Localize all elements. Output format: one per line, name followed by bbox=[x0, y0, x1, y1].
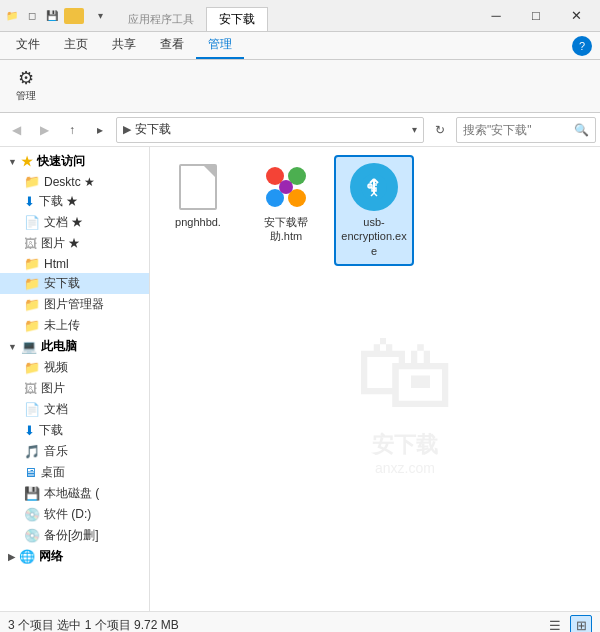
quick-access-star-icon: ★ bbox=[21, 154, 33, 169]
title-tab-download[interactable]: 安下载 bbox=[206, 7, 268, 31]
close-button[interactable]: ✕ bbox=[556, 0, 596, 32]
sidebar-item-software[interactable]: 💿 软件 (D:) bbox=[0, 504, 149, 525]
sidebar-thispc-header[interactable]: ▼ 💻 此电脑 bbox=[0, 336, 149, 357]
pictures-icon: 🖼 bbox=[24, 236, 37, 251]
sidebar-item-backup[interactable]: 💿 备份[勿删] bbox=[0, 525, 149, 546]
app-tool-label: 应用程序工具 bbox=[116, 7, 206, 31]
downloads-icon: ⬇ bbox=[24, 194, 35, 209]
sidebar-network-header[interactable]: ▶ 🌐 网络 bbox=[0, 546, 149, 567]
sidebar-item-downloads[interactable]: ⬇ 下载 ★ bbox=[0, 191, 149, 212]
dl-icon: ⬇ bbox=[24, 423, 35, 438]
file-icon-pnghhbd bbox=[174, 163, 222, 211]
sidebar-item-imgmanager[interactable]: 📁 图片管理器 bbox=[0, 294, 149, 315]
network-label: 网络 bbox=[39, 548, 63, 565]
docs-icon: 📄 bbox=[24, 215, 40, 230]
ribbon-tab-file[interactable]: 文件 bbox=[4, 32, 52, 59]
files-grid: pnghhbd. 安下载帮助.htm bbox=[158, 155, 592, 266]
ribbon-manage-button[interactable]: ⚙ 管理 bbox=[8, 64, 44, 108]
backup-icon: 💿 bbox=[24, 528, 40, 543]
file-area[interactable]: 🛍 安下载 anxz.com pnghhbd. bbox=[150, 147, 600, 611]
file-item-htm[interactable]: 安下载帮助.htm bbox=[246, 155, 326, 266]
ribbon-tab-view[interactable]: 查看 bbox=[148, 32, 196, 59]
sidebar-item-docs-label: 文档 ★ bbox=[44, 214, 83, 231]
file-item-pnghhbd[interactable]: pnghhbd. bbox=[158, 155, 238, 266]
sidebar-item-anzaixia-label: 安下载 bbox=[44, 275, 80, 292]
sidebar-item-videos-label: 视频 bbox=[44, 359, 68, 376]
sidebar-item-html[interactable]: 📁 Html bbox=[0, 254, 149, 273]
sidebar-item-dl-label: 下载 bbox=[39, 422, 63, 439]
status-bar: 3 个项目 选中 1 个项目 9.72 MB ☰ ⊞ bbox=[0, 611, 600, 632]
save-icon[interactable]: 💾 bbox=[44, 8, 60, 24]
back-button[interactable]: ◀ bbox=[4, 118, 28, 142]
ribbon-manage-label: 管理 bbox=[16, 89, 36, 103]
address-bar: ◀ ▶ ↑ ▸ ▶ 安下载 ▾ ↻ 🔍 bbox=[0, 113, 600, 147]
sidebar-item-localdisk[interactable]: 💾 本地磁盘 ( bbox=[0, 483, 149, 504]
thispc-computer-icon: 💻 bbox=[21, 339, 37, 354]
sidebar-item-pics-label: 图片 bbox=[41, 380, 65, 397]
quick-access-icon[interactable]: ◻ bbox=[24, 8, 40, 24]
forward-button[interactable]: ▶ bbox=[32, 118, 56, 142]
address-path[interactable]: ▶ 安下载 ▾ bbox=[116, 117, 424, 143]
main-layout: ▼ ★ 快速访问 📁 Desktc ★ ⬇ 下载 ★ 📄 文档 ★ 🖼 图片 ★… bbox=[0, 147, 600, 611]
sidebar-item-documents[interactable]: 📄 文档 bbox=[0, 399, 149, 420]
file-item-usb[interactable]: usb-encryption.exe bbox=[334, 155, 414, 266]
refresh-button[interactable]: ↻ bbox=[428, 118, 452, 142]
sidebar-quick-access-header[interactable]: ▼ ★ 快速访问 bbox=[0, 151, 149, 172]
title-bar-icons: 📁 ◻ 💾 ▾ bbox=[4, 8, 108, 24]
sidebar-item-pics[interactable]: 🖼 图片 bbox=[0, 378, 149, 399]
search-box[interactable]: 🔍 bbox=[456, 117, 596, 143]
localdisk-icon: 💾 bbox=[24, 486, 40, 501]
search-input[interactable] bbox=[463, 123, 574, 137]
path-text: 安下载 bbox=[135, 121, 171, 138]
ribbon-content: ⚙ 管理 bbox=[0, 60, 600, 112]
folder-icon-small bbox=[64, 8, 84, 24]
sidebar-item-notupload[interactable]: 📁 未上传 bbox=[0, 315, 149, 336]
watermark-bag-icon: 🛍 bbox=[355, 315, 455, 430]
manage-icon: ⚙ bbox=[18, 69, 34, 87]
sidebar-item-desktop[interactable]: 📁 Desktc ★ bbox=[0, 172, 149, 191]
sidebar-item-notupload-label: 未上传 bbox=[44, 317, 80, 334]
usb-icon bbox=[350, 163, 398, 211]
sidebar-item-localdisk-label: 本地磁盘 ( bbox=[44, 485, 99, 502]
sidebar-item-backup-label: 备份[勿删] bbox=[44, 527, 99, 544]
ribbon-tab-manage[interactable]: 管理 bbox=[196, 32, 244, 59]
usb-svg bbox=[360, 173, 388, 201]
status-view-icons: ☰ ⊞ bbox=[544, 615, 592, 633]
ribbon-tab-share[interactable]: 共享 bbox=[100, 32, 148, 59]
maximize-button[interactable]: □ bbox=[516, 0, 556, 32]
sidebar-item-videos[interactable]: 📁 视频 bbox=[0, 357, 149, 378]
view-grid-button[interactable]: ⊞ bbox=[570, 615, 592, 633]
sidebar-item-deskpc[interactable]: 🖥 桌面 bbox=[0, 462, 149, 483]
quick-access-label: 快速访问 bbox=[37, 153, 85, 170]
pics-icon: 🖼 bbox=[24, 381, 37, 396]
minimize-button[interactable]: ─ bbox=[476, 0, 516, 32]
sidebar: ▼ ★ 快速访问 📁 Desktc ★ ⬇ 下载 ★ 📄 文档 ★ 🖼 图片 ★… bbox=[0, 147, 150, 611]
recent-locations-button[interactable]: ▸ bbox=[88, 118, 112, 142]
path-arrow: ▶ bbox=[123, 123, 131, 136]
html-folder-icon: 📁 bbox=[24, 256, 40, 271]
anzaixia-folder-icon: 📁 bbox=[24, 276, 40, 291]
sidebar-item-anzaixia[interactable]: 📁 安下载 bbox=[0, 273, 149, 294]
title-bar-tabs: 应用程序工具 安下载 bbox=[116, 0, 476, 31]
sidebar-item-music[interactable]: 🎵 音乐 bbox=[0, 441, 149, 462]
sidebar-item-documents-label: 文档 bbox=[44, 401, 68, 418]
sidebar-item-pictures[interactable]: 🖼 图片 ★ bbox=[0, 233, 149, 254]
view-list-button[interactable]: ☰ bbox=[544, 615, 566, 633]
music-icon: 🎵 bbox=[24, 444, 40, 459]
documents-icon: 📄 bbox=[24, 402, 40, 417]
sidebar-item-dl[interactable]: ⬇ 下载 bbox=[0, 420, 149, 441]
sidebar-item-downloads-label: 下载 ★ bbox=[39, 193, 78, 210]
dropdown-icon[interactable]: ▾ bbox=[92, 8, 108, 24]
sidebar-item-desktop-label: Desktc ★ bbox=[44, 175, 95, 189]
help-button[interactable]: ? bbox=[572, 36, 592, 56]
sidebar-item-deskpc-label: 桌面 bbox=[41, 464, 65, 481]
path-dropdown[interactable]: ▾ bbox=[412, 124, 417, 135]
imgmanager-folder-icon: 📁 bbox=[24, 297, 40, 312]
up-button[interactable]: ↑ bbox=[60, 118, 84, 142]
ribbon-tab-home[interactable]: 主页 bbox=[52, 32, 100, 59]
file-icon-htm bbox=[262, 163, 310, 211]
network-icon: 🌐 bbox=[19, 549, 35, 564]
quick-access-arrow: ▼ bbox=[8, 157, 17, 167]
software-icon: 💿 bbox=[24, 507, 40, 522]
sidebar-item-docs[interactable]: 📄 文档 ★ bbox=[0, 212, 149, 233]
